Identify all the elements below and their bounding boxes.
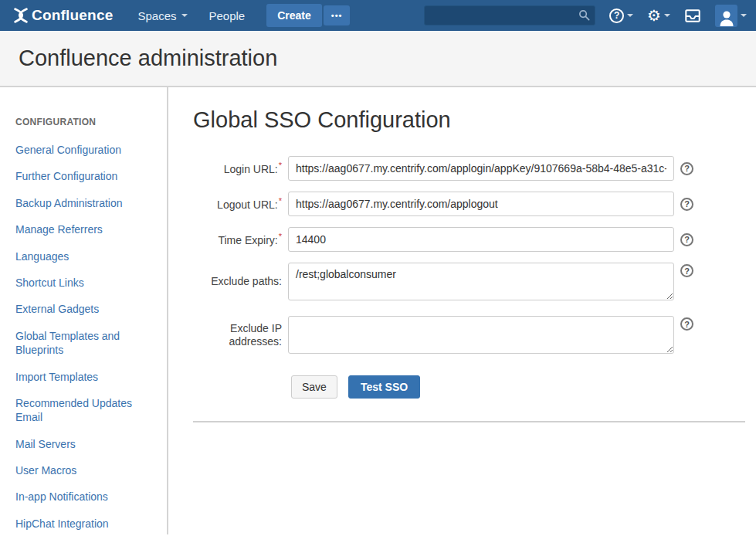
- nav-spaces-label: Spaces: [137, 9, 176, 22]
- create-button[interactable]: Create: [266, 4, 322, 27]
- exclude-ip-label: Exclude IP addresses:: [193, 322, 282, 348]
- sidebar-item-label[interactable]: In-app Notifications: [15, 490, 108, 503]
- sidebar-item-label[interactable]: Backup Administration: [15, 197, 123, 209]
- sidebar-item-further-configuration[interactable]: Further Configuration: [15, 169, 156, 183]
- content-divider: [193, 421, 745, 422]
- confluence-logo-icon: [12, 7, 29, 24]
- sso-config-form: Login URL:* ? Logout URL:* ? Time Expiry…: [193, 156, 745, 399]
- form-row-login-url: Login URL:* ?: [193, 156, 745, 181]
- sidebar-item-label[interactable]: General Configuration: [15, 144, 121, 156]
- sidebar-item-general-configuration[interactable]: General Configuration: [15, 143, 156, 157]
- sidebar-item-label[interactable]: Further Configuration: [15, 170, 117, 182]
- sidebar-item-global-templates-and-blueprints[interactable]: Global Templates and Blueprints: [15, 329, 156, 358]
- help-icon[interactable]: ?: [680, 264, 693, 277]
- chevron-down-icon: [664, 14, 670, 17]
- required-asterisk: *: [279, 196, 282, 205]
- sidebar-item-label[interactable]: Manage Referrers: [15, 223, 103, 236]
- sidebar-item-label[interactable]: External Gadgets: [15, 303, 99, 315]
- sidebar-item-label[interactable]: Languages: [15, 250, 69, 263]
- search-box: [424, 5, 595, 25]
- page-title: Confluence administration: [19, 46, 277, 71]
- user-avatar: [715, 5, 737, 27]
- sidebar-item-user-macros[interactable]: User Macros: [15, 463, 156, 477]
- chevron-down-icon: [181, 14, 188, 17]
- time-expiry-label: Time Expiry:*: [193, 232, 282, 246]
- gear-icon: ⚙: [647, 8, 661, 23]
- content-layout: CONFIGURATION General Configuration Furt…: [0, 87, 756, 534]
- user-menu[interactable]: [715, 5, 747, 27]
- help-icon[interactable]: ?: [680, 198, 693, 211]
- nav-people-link[interactable]: People: [198, 0, 256, 31]
- time-expiry-input[interactable]: [288, 227, 674, 252]
- nav-people-label: People: [209, 9, 246, 22]
- confluence-logo[interactable]: Confluence: [12, 7, 113, 24]
- sidebar-item-label[interactable]: User Macros: [15, 464, 76, 477]
- help-icon[interactable]: ?: [680, 317, 693, 331]
- form-row-exclude-paths: Exclude paths: /rest;globalconsumer ?: [193, 263, 745, 300]
- help-icon[interactable]: ?: [680, 162, 693, 175]
- sidebar-item-languages[interactable]: Languages: [15, 249, 156, 263]
- required-asterisk: *: [279, 161, 282, 170]
- logout-url-input[interactable]: [288, 192, 674, 216]
- chevron-down-icon: [741, 14, 747, 17]
- sidebar-item-label[interactable]: Recommended Updates Email: [15, 397, 132, 423]
- nav-spaces-menu[interactable]: Spaces: [127, 0, 198, 31]
- logout-url-label: Logout URL:*: [193, 196, 282, 211]
- exclude-paths-label: Exclude paths:: [193, 275, 282, 288]
- more-actions-button[interactable]: •••: [324, 5, 351, 25]
- sidebar-item-label[interactable]: Import Templates: [15, 371, 98, 383]
- sidebar: CONFIGURATION General Configuration Furt…: [0, 87, 168, 534]
- sidebar-item-external-gadgets[interactable]: External Gadgets: [15, 302, 156, 316]
- section-title: Global SSO Configuration: [193, 107, 745, 133]
- sidebar-heading: CONFIGURATION: [15, 117, 156, 127]
- top-navbar: Confluence Spaces People Create ••• ?: [0, 0, 756, 31]
- sidebar-item-hipchat-integration[interactable]: HipChat Integration: [15, 517, 156, 531]
- form-row-time-expiry: Time Expiry:* ?: [193, 227, 745, 252]
- help-icon[interactable]: ?: [680, 233, 693, 246]
- form-row-exclude-ip: Exclude IP addresses: ?: [193, 316, 745, 354]
- notifications-tray-icon: [684, 8, 701, 23]
- test-sso-button[interactable]: Test SSO: [348, 375, 420, 399]
- login-url-input[interactable]: [288, 156, 674, 181]
- sidebar-item-label[interactable]: Global Templates and Blueprints: [15, 330, 120, 356]
- form-buttons: Save Test SSO: [291, 375, 745, 399]
- sidebar-item-mail-servers[interactable]: Mail Servers: [15, 437, 156, 451]
- admin-settings-menu[interactable]: ⚙: [647, 8, 670, 23]
- sidebar-item-label[interactable]: Shortcut Links: [15, 276, 84, 289]
- main-content: Global SSO Configuration Login URL:* ? L…: [168, 87, 756, 534]
- sidebar-item-in-app-notifications[interactable]: In-app Notifications: [15, 490, 156, 504]
- sidebar-item-label[interactable]: HipChat Integration: [15, 517, 109, 530]
- form-row-logout-url: Logout URL:* ?: [193, 192, 745, 216]
- sidebar-item-import-templates[interactable]: Import Templates: [15, 370, 156, 384]
- search-input[interactable]: [424, 5, 595, 25]
- navbar-left: Confluence Spaces People Create •••: [12, 0, 350, 31]
- help-icon: ?: [609, 8, 624, 23]
- exclude-paths-textarea[interactable]: /rest;globalconsumer: [288, 263, 674, 300]
- search-icon[interactable]: [578, 9, 590, 21]
- save-button[interactable]: Save: [291, 375, 337, 399]
- sidebar-item-manage-referrers[interactable]: Manage Referrers: [15, 222, 156, 236]
- page-header: Confluence administration: [0, 31, 756, 87]
- navbar-right: ? ⚙: [424, 5, 747, 27]
- login-url-label: Login URL:*: [193, 161, 282, 175]
- sidebar-item-shortcut-links[interactable]: Shortcut Links: [15, 276, 156, 290]
- sidebar-item-label[interactable]: Mail Servers: [15, 438, 76, 450]
- confluence-logo-text: Confluence: [32, 7, 113, 24]
- chevron-down-icon: [627, 14, 633, 17]
- sidebar-item-backup-administration[interactable]: Backup Administration: [15, 196, 156, 210]
- notifications-button[interactable]: [684, 8, 701, 23]
- sidebar-item-recommended-updates-email[interactable]: Recommended Updates Email: [15, 396, 156, 425]
- sidebar-nav-list: General Configuration Further Configurat…: [15, 143, 156, 536]
- help-menu[interactable]: ?: [609, 8, 633, 23]
- exclude-ip-textarea[interactable]: [288, 316, 674, 354]
- required-asterisk: *: [279, 232, 282, 241]
